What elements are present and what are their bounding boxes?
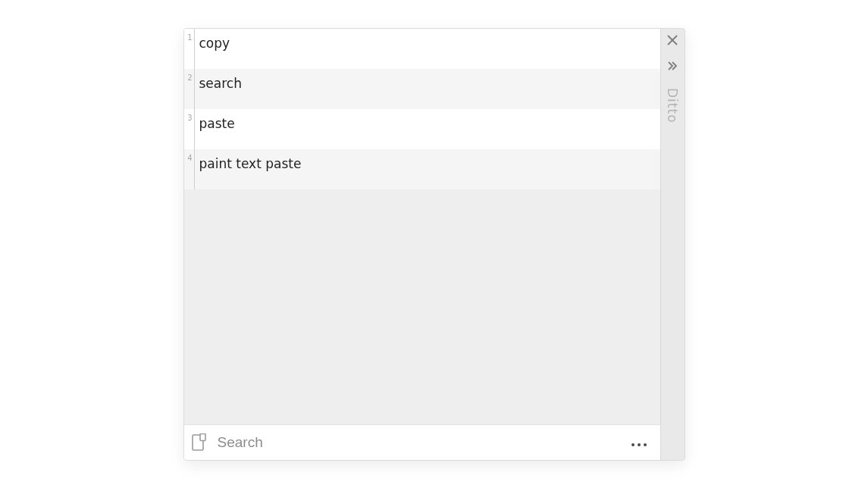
clip-index: 1 <box>184 29 195 69</box>
more-horizontal-icon <box>631 434 647 450</box>
clip-item[interactable]: 3 paste <box>184 109 660 149</box>
search-input[interactable] <box>218 434 625 451</box>
clip-item[interactable]: 4 paint text paste <box>184 149 660 189</box>
svg-point-2 <box>631 443 635 446</box>
app-window: 1 copy 2 search 3 paste 4 paint text pas… <box>183 28 685 461</box>
clip-text: copy <box>195 29 660 69</box>
svg-point-3 <box>638 443 641 446</box>
clip-index: 4 <box>184 149 195 189</box>
footer-bar <box>184 424 660 460</box>
content-area: 1 copy 2 search 3 paste 4 paint text pas… <box>184 29 660 460</box>
clip-index: 3 <box>184 109 195 149</box>
more-button[interactable] <box>625 429 653 456</box>
clip-text: paste <box>195 109 660 149</box>
clip-item[interactable]: 1 copy <box>184 29 660 69</box>
clip-item[interactable]: 2 search <box>184 69 660 109</box>
clip-text: paint text paste <box>195 149 660 189</box>
close-icon <box>667 34 678 48</box>
close-button[interactable] <box>660 29 685 55</box>
sidebar: Ditto <box>660 29 685 460</box>
clip-index: 2 <box>184 69 195 109</box>
svg-rect-1 <box>200 433 205 440</box>
chevron-right-double-icon <box>667 60 678 74</box>
svg-point-4 <box>644 443 647 446</box>
app-title: Ditto <box>665 88 680 124</box>
clipboard-icon[interactable] <box>192 433 207 452</box>
clip-text: search <box>195 69 660 109</box>
clip-list[interactable]: 1 copy 2 search 3 paste 4 paint text pas… <box>184 29 660 424</box>
expand-button[interactable] <box>660 55 685 80</box>
